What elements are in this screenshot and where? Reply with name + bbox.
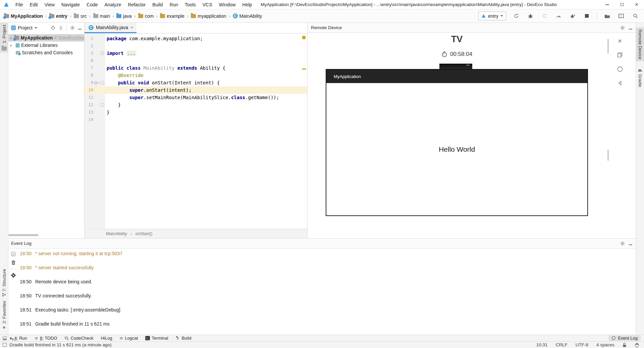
window-switcher-icon[interactable] bbox=[3, 336, 7, 340]
collapse-all-button[interactable] bbox=[59, 26, 63, 30]
tool-button-gradle[interactable]: Gradle bbox=[636, 67, 644, 89]
tool-button-hilog[interactable]: HiLog bbox=[101, 336, 112, 341]
tool-button-favorites[interactable]: 2: Favorites ★ bbox=[0, 299, 8, 332]
inspector-profile-icon[interactable] bbox=[635, 343, 639, 347]
breadcrumb-item[interactable]: src bbox=[80, 13, 87, 19]
breadcrumb-item[interactable]: java bbox=[123, 13, 132, 19]
settings-gear-icon[interactable] bbox=[620, 241, 625, 246]
event-log-list[interactable]: 18:50* server not running; starting it a… bbox=[20, 247, 632, 335]
clear-log-button[interactable] bbox=[11, 260, 15, 265]
warning-stripe-icon[interactable] bbox=[302, 68, 306, 70]
line-separator[interactable]: CRLF bbox=[555, 342, 567, 347]
menu-edit[interactable]: Edit bbox=[26, 2, 41, 7]
close-button[interactable]: × bbox=[629, 0, 644, 9]
tool-button-run[interactable]: ▶4: Run bbox=[10, 336, 27, 341]
breadcrumb-item[interactable]: entry bbox=[56, 13, 67, 19]
tool-button-project[interactable]: 1: Project bbox=[0, 23, 8, 53]
breadcrumb-item[interactable]: example bbox=[167, 13, 184, 19]
chevron-right-icon[interactable]: ▸ bbox=[10, 36, 12, 40]
settings-gear-icon[interactable] bbox=[620, 25, 625, 30]
locate-file-button[interactable] bbox=[51, 25, 55, 30]
breadcrumb-method[interactable]: onStart() bbox=[136, 231, 153, 236]
code-line[interactable]: 3+import ... bbox=[85, 50, 307, 57]
tool-button-terminal[interactable]: >_Terminal bbox=[145, 336, 168, 341]
debug-button[interactable] bbox=[526, 12, 534, 20]
restore-button[interactable] bbox=[614, 0, 629, 9]
code-line[interactable]: 6 bbox=[85, 57, 307, 64]
search-everywhere-button[interactable] bbox=[631, 12, 639, 20]
menu-tools[interactable]: Tools bbox=[181, 2, 199, 7]
attach-process-button[interactable] bbox=[569, 12, 577, 20]
file-encoding[interactable]: UTF-8 bbox=[576, 342, 588, 347]
status-icon[interactable] bbox=[3, 343, 7, 347]
project-view-selector[interactable]: Project bbox=[18, 25, 33, 30]
mark-all-read-button[interactable] bbox=[11, 252, 16, 257]
horizontal-scrollbar[interactable] bbox=[8, 234, 39, 236]
chevron-down-icon[interactable] bbox=[35, 27, 37, 29]
code-line[interactable]: 2 bbox=[85, 42, 307, 50]
device-screen[interactable]: MyApplication Hello World bbox=[326, 69, 588, 216]
breadcrumb-class[interactable]: MainAbility bbox=[106, 231, 127, 236]
code-line[interactable]: 14 bbox=[85, 116, 307, 123]
menu-code[interactable]: Code bbox=[83, 2, 101, 7]
tab-mainability-java[interactable]: C MainAbility.java × bbox=[85, 23, 137, 33]
device-manager-button[interactable] bbox=[603, 12, 611, 20]
profiler-button[interactable] bbox=[554, 12, 562, 20]
tool-button-todo[interactable]: ≡6: TODO bbox=[35, 336, 57, 341]
menu-navigate[interactable]: Navigate bbox=[58, 2, 83, 7]
code-line[interactable]: 8 @Override bbox=[85, 72, 307, 79]
tool-button-logcat[interactable]: ≡Logcat bbox=[119, 336, 138, 341]
menu-help[interactable]: Help bbox=[239, 2, 255, 7]
menu-view[interactable]: View bbox=[41, 2, 58, 7]
lock-icon[interactable] bbox=[623, 343, 627, 347]
settings-gear-icon[interactable] bbox=[70, 25, 75, 30]
menu-analyze[interactable]: Analyze bbox=[101, 2, 125, 7]
log-settings-button[interactable] bbox=[11, 273, 16, 278]
chevron-right-icon[interactable]: ▸ bbox=[10, 43, 14, 48]
hide-panel-button[interactable] bbox=[629, 240, 632, 247]
vertical-scrollbar[interactable] bbox=[607, 39, 609, 54]
tool-button-event-log[interactable]: Event Log bbox=[608, 335, 641, 341]
device-close-button[interactable]: × bbox=[616, 38, 623, 44]
tree-row-myapplication[interactable]: ▸ MyApplication F:\DevEcoStudio bbox=[8, 34, 84, 42]
code-area[interactable]: 1package com.example.myapplication;23+im… bbox=[85, 33, 307, 229]
hide-panel-button[interactable] bbox=[78, 25, 82, 31]
breadcrumb-item[interactable]: MyApplication bbox=[11, 13, 43, 19]
code-line[interactable]: 12− } bbox=[85, 101, 307, 109]
device-multitask-button[interactable] bbox=[616, 52, 623, 58]
run-config-dropdown[interactable]: entry bbox=[478, 11, 506, 20]
hvd-manager-button[interactable] bbox=[617, 12, 625, 20]
hide-panel-button[interactable] bbox=[629, 25, 632, 31]
menu-run[interactable]: Run bbox=[166, 2, 181, 7]
code-line[interactable]: 13} bbox=[85, 109, 307, 116]
tool-button-structure[interactable]: 7: Structure bbox=[0, 267, 8, 299]
inspection-marker-icon[interactable] bbox=[302, 36, 306, 39]
status-message[interactable]: Gradle build finished in 11 s 621 ms (a … bbox=[9, 342, 111, 347]
sync-button[interactable] bbox=[512, 12, 520, 20]
tool-button-codecheck[interactable]: CodeCheck bbox=[64, 336, 93, 341]
stop-button[interactable] bbox=[583, 12, 591, 20]
menu-build[interactable]: Build bbox=[149, 2, 166, 7]
breadcrumb-item[interactable]: MainAbility bbox=[239, 13, 262, 19]
breadcrumb-item[interactable]: main bbox=[100, 13, 110, 19]
menu-vcs[interactable]: VCS bbox=[199, 2, 216, 7]
breadcrumb-item[interactable]: myapplication bbox=[198, 13, 226, 19]
device-home-button[interactable] bbox=[616, 66, 623, 72]
device-back-button[interactable] bbox=[616, 80, 623, 86]
tree-row-scratches[interactable]: Scratches and Consoles bbox=[8, 49, 84, 56]
indent-setting[interactable]: 4 spaces bbox=[596, 342, 614, 347]
code-line[interactable]: 7public class MainAbility extends Abilit… bbox=[85, 64, 307, 72]
menu-file[interactable]: File bbox=[12, 2, 26, 7]
close-tab-icon[interactable]: × bbox=[130, 25, 133, 30]
code-line[interactable]: 9↑− public void onStart(Intent intent) { bbox=[85, 79, 307, 86]
tool-button-build[interactable]: Build bbox=[175, 336, 191, 341]
menu-refactor[interactable]: Refactor bbox=[124, 2, 149, 7]
breadcrumb-item[interactable]: com bbox=[145, 13, 154, 19]
code-line[interactable]: 10 super.onStart(intent); bbox=[85, 86, 307, 94]
tree-row-external-libraries[interactable]: ▸ External Libraries bbox=[8, 42, 84, 49]
vertical-scrollbar[interactable] bbox=[607, 150, 609, 161]
code-line[interactable]: 1package com.example.myapplication; bbox=[85, 35, 307, 42]
cursor-position[interactable]: 10:31 bbox=[536, 342, 548, 347]
menu-window[interactable]: Window bbox=[216, 2, 239, 7]
tool-button-remote-device[interactable]: Remote Device bbox=[636, 27, 644, 61]
